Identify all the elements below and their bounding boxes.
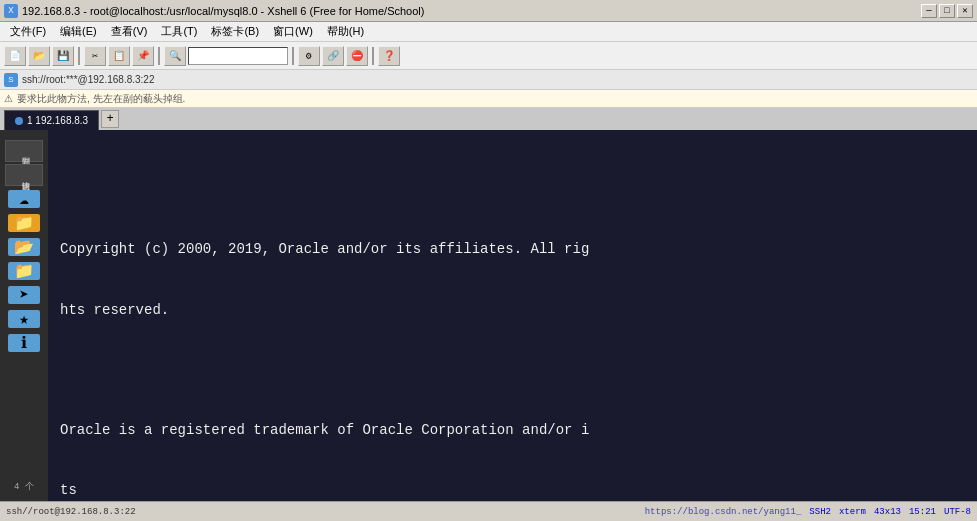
status-encoding: UTF-8 [944,507,971,517]
menu-tools[interactable]: 工具(T) [155,22,203,41]
watermark-text: https://blog.csdn.net/yang11_ [645,507,802,517]
menu-view[interactable]: 查看(V) [105,22,154,41]
info-icon: ⚠ [4,93,13,104]
close-button[interactable]: ✕ [957,4,973,18]
minimize-button[interactable]: ─ [921,4,937,18]
title-text: 192.168.8.3 - root@localhost:/usr/local/… [22,5,424,17]
tab-bar: 1 192.168.8.3 + [0,108,977,130]
arrow-icon: ➤ [8,286,40,304]
toolbar: 📄 📂 💾 ✂ 📋 📌 🔍 ⚙ 🔗 ⛔ ❓ [0,42,977,70]
folder3-icon: 📁 [8,262,40,280]
folder-icon: 📁 [8,214,40,232]
sidebar-item-6[interactable]: ℹ [5,332,43,354]
terminal-line-4: Oracle is a registered trademark of Orac… [60,420,965,441]
toolbar-copy[interactable]: 📋 [108,46,130,66]
status-session: ssh//root@192.168.8.3:22 [6,507,136,517]
star-icon: ★ [8,310,40,328]
menu-edit[interactable]: 编辑(E) [54,22,103,41]
app-icon: X [4,4,18,18]
terminal-line-2: hts reserved. [60,300,965,321]
session-text: ssh://root:***@192.168.8.3:22 [22,74,154,85]
terminal-line-5: ts [60,480,965,501]
main-area: 文件 固定到 快速访问 ☁ 📁 📂 📁 ➤ ★ [0,130,977,501]
terminal-line-3 [60,360,965,381]
window: X 192.168.8.3 - root@localhost:/usr/loca… [0,0,977,521]
info-text: 要求比此物方法, 先左在副的藐头掉组. [17,92,185,106]
title-bar: X 192.168.8.3 - root@localhost:/usr/loca… [0,0,977,22]
sidebar-quick-btn[interactable]: 快速访问 [5,164,43,186]
toolbar-help[interactable]: ❓ [378,46,400,66]
session-bar: S ssh://root:***@192.168.8.3:22 [0,70,977,90]
terminal-line-1: Copyright (c) 2000, 2019, Oracle and/or … [60,239,965,260]
toolbar-sep1 [78,47,80,65]
status-left: ssh//root@192.168.8.3:22 [6,507,136,517]
toolbar-open[interactable]: 📂 [28,46,50,66]
terminal-line-0 [60,179,965,200]
toolbar-cut[interactable]: ✂ [84,46,106,66]
info-bar: ⚠ 要求比此物方法, 先左在副的藐头掉组. [0,90,977,108]
status-size: 43x13 [874,507,901,517]
toolbar-settings[interactable]: ⚙ [298,46,320,66]
menu-help[interactable]: 帮助(H) [321,22,370,41]
menu-bar: 文件(F) 编辑(E) 查看(V) 工具(T) 标签卡(B) 窗口(W) 帮助(… [0,22,977,42]
toolbar-connect[interactable]: 🔗 [322,46,344,66]
title-bar-controls: ─ □ ✕ [921,4,973,18]
sidebar-item-4[interactable]: ➤ [5,284,43,306]
toolbar-sep2 [158,47,160,65]
info-icon: ℹ [8,334,40,352]
status-time: 15:21 [909,507,936,517]
sidebar-fixed-btn[interactable]: 固定到 [5,140,43,162]
tab-label: 1 192.168.8.3 [27,115,88,126]
toolbar-search-input[interactable] [188,47,288,65]
tab-session-1[interactable]: 1 192.168.8.3 [4,110,99,130]
sidebar-item-1[interactable]: 📁 [5,212,43,234]
terminal-content: Copyright (c) 2000, 2019, Oracle and/or … [60,140,965,501]
terminal[interactable]: Copyright (c) 2000, 2019, Oracle and/or … [48,130,977,501]
toolbar-search[interactable]: 🔍 [164,46,186,66]
sidebar-item-cloud[interactable]: ☁ [5,188,43,210]
sidebar-item-3[interactable]: 📁 [5,260,43,282]
toolbar-disconnect[interactable]: ⛔ [346,46,368,66]
menu-tabs[interactable]: 标签卡(B) [205,22,265,41]
sidebar-count: 4 个 [14,476,34,497]
session-icon: S [4,73,18,87]
tab-add-button[interactable]: + [101,110,119,128]
sidebar-item-2[interactable]: 📂 [5,236,43,258]
toolbar-paste[interactable]: 📌 [132,46,154,66]
menu-file[interactable]: 文件(F) [4,22,52,41]
status-bar: ssh//root@192.168.8.3:22 https://blog.cs… [0,501,977,521]
sidebar: 文件 固定到 快速访问 ☁ 📁 📂 📁 ➤ ★ [0,130,48,501]
title-bar-left: X 192.168.8.3 - root@localhost:/usr/loca… [4,4,424,18]
toolbar-sep3 [292,47,294,65]
menu-window[interactable]: 窗口(W) [267,22,319,41]
status-protocol: SSH2 [809,507,831,517]
toolbar-save[interactable]: 💾 [52,46,74,66]
sidebar-item-5[interactable]: ★ [5,308,43,330]
folder2-icon: 📂 [8,238,40,256]
status-term: xterm [839,507,866,517]
cloud-icon: ☁ [8,190,40,208]
toolbar-sep4 [372,47,374,65]
tab-dot [15,117,23,125]
status-right: https://blog.csdn.net/yang11_ SSH2 xterm… [645,507,971,517]
maximize-button[interactable]: □ [939,4,955,18]
toolbar-new[interactable]: 📄 [4,46,26,66]
